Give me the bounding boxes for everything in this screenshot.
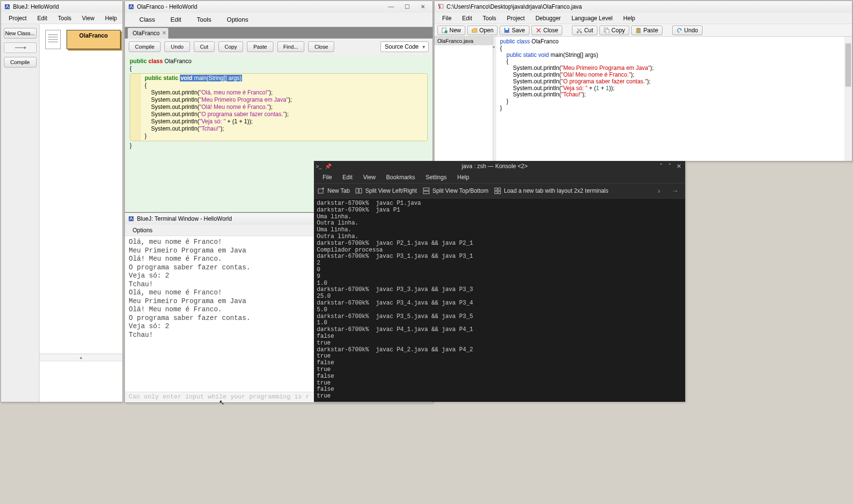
cut-button[interactable]: Cut	[572, 26, 597, 35]
arrow-icon	[14, 45, 27, 51]
file-list[interactable]: OlaFranco.java	[434, 37, 493, 161]
new-class-button[interactable]: New Class...	[4, 28, 37, 39]
menubar: Class Edit Tools Options	[125, 13, 433, 27]
menu-tools[interactable]: Tools	[189, 13, 219, 26]
menu-tools[interactable]: Tools	[53, 13, 76, 23]
menu-edit[interactable]: Edit	[457, 13, 477, 23]
svg-rect-14	[636, 28, 640, 33]
menu-help[interactable]: Help	[452, 172, 474, 182]
titlebar[interactable]: C:\Users\Franco\Desktop\java\drjava\OlaF…	[434, 1, 852, 13]
collapse-handle[interactable]: ▲	[40, 354, 122, 361]
menu-options[interactable]: Options	[219, 13, 256, 26]
undo-button[interactable]: Undo	[164, 41, 190, 52]
terminal-prompt-icon: >_	[316, 163, 322, 169]
menu-options[interactable]: Options	[128, 225, 157, 235]
svg-rect-13	[606, 29, 609, 33]
menu-class[interactable]: Class	[132, 13, 163, 26]
svg-rect-24	[495, 188, 497, 190]
menu-tools[interactable]: Tools	[478, 13, 501, 23]
close-window-button[interactable]: ✕	[675, 163, 683, 170]
pin-icon[interactable]: 📌	[325, 163, 332, 170]
clipboard-icon	[636, 27, 641, 33]
titlebar[interactable]: OlaFranco - HelloWorld — ☐ ✕	[125, 1, 433, 13]
copy-button[interactable]: Copy	[599, 26, 629, 35]
nav-forward-icon[interactable]: →	[669, 187, 681, 195]
nav-right-icon[interactable]: ›	[655, 187, 663, 195]
close-window-button[interactable]: ✕	[416, 2, 430, 11]
menu-help[interactable]: Help	[619, 13, 640, 23]
paste-button[interactable]: Paste	[631, 26, 663, 35]
split-lr-button[interactable]: Split View Left/Right	[355, 187, 417, 194]
titlebar[interactable]: BlueJ: HelloWorld	[1, 1, 122, 13]
drjava-window: C:\Users\Franco\Desktop\java\drjava\OlaF…	[434, 0, 853, 161]
cut-button[interactable]: Cut	[194, 41, 215, 52]
compile-button[interactable]: Compile	[4, 57, 37, 67]
load-layout-button[interactable]: Load a new tab with layout 2x2 terminals	[494, 187, 609, 194]
toolbar: Compile Undo Cut Copy Paste Find... Clos…	[125, 39, 433, 55]
menu-view[interactable]: View	[358, 172, 380, 182]
object-bench[interactable]	[40, 361, 122, 402]
menubar: File Edit View Bookmarks Settings Help	[314, 172, 685, 183]
readme-icon[interactable]	[45, 30, 61, 49]
close-tab-icon[interactable]: ✕	[162, 30, 166, 36]
maximize-button[interactable]: ˄	[666, 163, 673, 170]
minimize-button[interactable]: ˅	[658, 163, 664, 170]
menu-settings[interactable]: Settings	[421, 172, 451, 182]
paste-button[interactable]: Paste	[247, 41, 273, 52]
code-editor[interactable]: public class OlaFranco { public static v…	[496, 37, 852, 161]
titlebar[interactable]: >_ 📌 java : zsh — Konsole <2> ˅ ˄ ✕	[314, 161, 685, 172]
undo-button[interactable]: Undo	[672, 26, 703, 35]
copy-button[interactable]: Copy	[218, 41, 244, 52]
minimize-button[interactable]: —	[384, 2, 398, 11]
terminal-output[interactable]: darkstar-6700k% javac P1.java darkstar-6…	[314, 199, 685, 402]
compile-button[interactable]: Compile	[129, 41, 161, 52]
file-item[interactable]: OlaFranco.java	[434, 37, 493, 45]
split-lr-icon	[355, 187, 362, 194]
open-button[interactable]: Open	[467, 26, 498, 35]
close-button[interactable]: Close	[308, 41, 334, 52]
maximize-button[interactable]: ☐	[400, 2, 414, 11]
menu-debugger[interactable]: Debugger	[530, 13, 566, 23]
class-box-ola-franco[interactable]: OlaFranco	[67, 30, 121, 49]
menu-language-level[interactable]: Language Level	[567, 13, 617, 23]
svg-rect-15	[637, 28, 639, 29]
class-diagram[interactable]: OlaFranco ▲	[40, 24, 122, 402]
view-dropdown[interactable]: Source Code	[380, 41, 429, 52]
menu-edit[interactable]: Edit	[163, 13, 189, 26]
close-icon	[536, 27, 542, 33]
save-button[interactable]: Save	[500, 26, 529, 35]
new-file-icon	[442, 27, 447, 33]
scrollbar[interactable]	[844, 37, 852, 161]
tab-ola-franco[interactable]: OlaFranco ✕	[128, 28, 168, 39]
find-button[interactable]: Find...	[277, 41, 305, 52]
grid-icon	[494, 187, 501, 194]
menu-edit[interactable]: Edit	[338, 172, 357, 182]
svg-point-7	[445, 30, 447, 33]
window-title: OlaFranco - HelloWorld	[137, 3, 197, 10]
svg-rect-17	[318, 189, 323, 193]
window-title: C:\Users\Franco\Desktop\java\drjava\OlaF…	[447, 3, 582, 10]
split-tb-button[interactable]: Split View Top/Bottom	[423, 187, 488, 194]
menubar: Project Edit Tools View Help	[1, 13, 122, 24]
tab-bar: OlaFranco ✕	[125, 27, 433, 39]
undo-icon	[677, 27, 682, 33]
window-title: java : zsh — Konsole <2>	[332, 163, 658, 170]
menu-bookmarks[interactable]: Bookmarks	[381, 172, 420, 182]
arrow-button[interactable]	[4, 42, 37, 53]
close-button[interactable]: Close	[531, 26, 563, 35]
new-tab-button[interactable]: New Tab	[318, 187, 350, 194]
menu-project[interactable]: Project	[502, 13, 529, 23]
menu-project[interactable]: Project	[4, 13, 31, 23]
menu-file[interactable]: File	[318, 172, 337, 182]
toolbar: New Open Save Close Cut Copy Paste Undo	[434, 24, 852, 37]
menu-file[interactable]: File	[437, 13, 456, 23]
bluej-icon	[4, 3, 11, 10]
svg-rect-21	[359, 188, 362, 193]
new-button[interactable]: New	[437, 26, 465, 35]
menu-edit[interactable]: Edit	[32, 13, 52, 23]
menu-help[interactable]: Help	[100, 13, 122, 23]
menu-view[interactable]: View	[77, 13, 99, 23]
window-title: BlueJ: HelloWorld	[13, 3, 59, 10]
bluej-project-window: BlueJ: HelloWorld Project Edit Tools Vie…	[0, 0, 123, 402]
konsole-window: >_ 📌 java : zsh — Konsole <2> ˅ ˄ ✕ File…	[314, 161, 685, 402]
